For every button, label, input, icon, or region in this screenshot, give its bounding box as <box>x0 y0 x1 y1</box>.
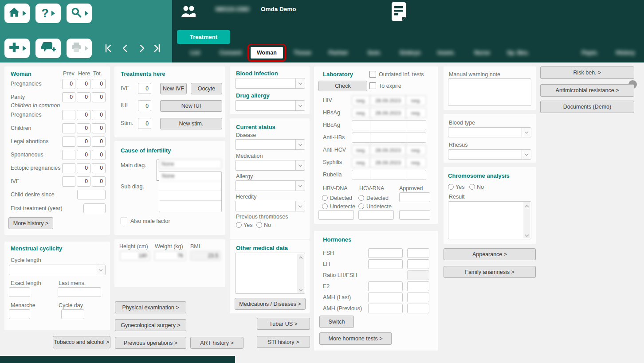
art-history-button[interactable]: ART history > <box>190 337 243 349</box>
tab-sum[interactable]: Sum. <box>368 47 381 59</box>
rhesus-select[interactable] <box>448 149 531 160</box>
e2-unit-field[interactable] <box>407 281 429 291</box>
new-stim-button[interactable]: New stim. <box>160 118 222 129</box>
chevron-down-icon[interactable] <box>295 201 305 211</box>
tab-embryo[interactable]: Embryo <box>400 47 421 59</box>
check-button[interactable]: Check <box>318 81 367 91</box>
fsh-field[interactable] <box>368 248 403 258</box>
list-item[interactable] <box>159 191 221 201</box>
search-button[interactable] <box>67 4 92 23</box>
here-field[interactable]: 0 <box>77 176 90 187</box>
tubar-us-button[interactable]: Tubar US > <box>257 318 310 330</box>
lab-date-cell[interactable]: 28.09.2023 <box>370 95 406 105</box>
here-field[interactable]: 0 <box>77 110 90 120</box>
gynecological-surgery-button[interactable]: Gynecological surgery > <box>115 319 186 331</box>
tobacco-alcohol-button[interactable]: Tobacco and alcohol > <box>53 336 110 348</box>
tab-tissue[interactable]: Tissue <box>294 47 311 59</box>
exact-length-field[interactable] <box>9 287 30 297</box>
lh-field[interactable] <box>368 259 403 269</box>
last-record-button[interactable] <box>152 43 162 55</box>
menarche-field[interactable] <box>9 309 30 319</box>
lab-result2-cell[interactable] <box>406 133 426 143</box>
manual-warning-textarea[interactable] <box>448 78 531 106</box>
add-button[interactable] <box>4 39 30 58</box>
list-item[interactable]: None <box>159 172 221 181</box>
tab-nurse[interactable]: Nurse <box>474 47 490 59</box>
tab-history[interactable]: History <box>616 47 635 59</box>
first-treatment-field[interactable] <box>83 203 106 213</box>
add-note-button[interactable] <box>35 39 61 58</box>
hcv-detected-radio[interactable] <box>358 195 364 201</box>
hbv-dna-field[interactable] <box>318 210 354 220</box>
hcv-undetected-radio[interactable] <box>358 203 364 209</box>
prev-field[interactable]: 0 <box>62 92 75 102</box>
here-field[interactable]: 0 <box>77 92 90 102</box>
hbv-undetected-radio[interactable] <box>322 203 328 209</box>
chevron-down-icon[interactable] <box>96 265 105 275</box>
more-history-button[interactable]: More history > <box>8 217 53 229</box>
risk-beh-button[interactable]: Risk beh. > <box>540 66 634 79</box>
medications-diseases-button[interactable]: Medications / Diseases > <box>235 298 306 310</box>
next-record-button[interactable] <box>137 43 147 55</box>
new-iui-button[interactable]: New IUI <box>160 100 222 112</box>
appearance-button[interactable]: Appearance > <box>444 248 536 260</box>
lab-result2-cell[interactable]: neg. <box>406 108 426 118</box>
lab-result-cell[interactable]: neg. <box>352 95 370 105</box>
lab-result-cell[interactable]: neg. <box>352 157 370 168</box>
lab-row[interactable]: neg. 28.09.2023 neg. <box>352 157 426 168</box>
outdated-tests-checkbox[interactable] <box>369 71 376 78</box>
lab-date-cell[interactable]: 28.09.2023 <box>370 108 406 118</box>
lab-date-cell[interactable]: 28.09.2023 <box>370 157 406 168</box>
tab-paym[interactable]: Paym. <box>582 47 598 59</box>
amh-previous-field[interactable] <box>368 304 403 313</box>
hcv-rna-field[interactable] <box>358 210 394 220</box>
first-record-button[interactable] <box>103 43 114 55</box>
documents-demo-button[interactable]: Documents (Demo) <box>540 101 634 113</box>
previous-operations-button[interactable]: Previous operations > <box>115 337 186 349</box>
amh-last-unit-field[interactable] <box>407 293 429 302</box>
hbv-detected-radio[interactable] <box>322 195 328 201</box>
allergy-select[interactable] <box>235 180 305 191</box>
lab-result2-cell[interactable]: neg. <box>406 145 426 155</box>
lab-row[interactable] <box>352 170 426 180</box>
chevron-down-icon[interactable] <box>522 128 531 137</box>
prev-field[interactable] <box>62 176 75 187</box>
prev-field[interactable]: 0 <box>62 79 75 89</box>
lab-result2-cell[interactable] <box>406 170 426 180</box>
lab-row[interactable] <box>352 120 426 130</box>
chromosome-yes-radio[interactable] <box>448 184 454 190</box>
here-field[interactable]: 0 <box>77 163 90 173</box>
here-field[interactable]: 0 <box>77 123 90 133</box>
sub-diag-list[interactable]: None <box>159 171 222 212</box>
result-textarea[interactable] <box>448 201 531 239</box>
here-field[interactable]: 0 <box>77 79 90 89</box>
tab-consent[interactable]: Consent <box>220 47 242 59</box>
here-field[interactable]: 0 <box>77 150 90 160</box>
lab-result-cell[interactable] <box>352 170 370 180</box>
blood-type-select[interactable] <box>448 127 531 137</box>
lab-result-cell[interactable]: neg. <box>352 108 370 118</box>
lab-result-cell[interactable]: neg. <box>352 145 370 155</box>
here-field[interactable]: 0 <box>77 137 90 147</box>
lab-result-cell[interactable] <box>352 133 370 143</box>
family-anamnesis-button[interactable]: Family anamnesis > <box>444 266 536 278</box>
medication-select[interactable] <box>235 160 305 171</box>
thromboses-no-radio[interactable] <box>256 222 262 228</box>
lab-row[interactable]: neg. 28.09.2023 neg. <box>352 145 426 155</box>
stim-count-field[interactable]: 0 <box>138 118 151 129</box>
chevron-down-icon[interactable] <box>295 140 305 149</box>
prev-field[interactable] <box>62 123 75 133</box>
lab-date-cell[interactable]: 28.09.2023 <box>370 145 406 155</box>
physical-examination-button[interactable]: Physical examination > <box>115 301 186 313</box>
scrollbar[interactable] <box>297 254 304 293</box>
other-medical-textarea[interactable] <box>235 253 305 294</box>
approved-field[interactable] <box>399 192 430 202</box>
heredity-select[interactable] <box>235 201 305 211</box>
tab-sp-bes[interactable]: Sp. Bes. <box>507 47 529 59</box>
prev-field[interactable] <box>62 150 75 160</box>
amh-previous-unit-field[interactable] <box>407 304 429 313</box>
lab-date-cell[interactable] <box>370 133 406 143</box>
prev-field[interactable] <box>62 137 75 147</box>
cycle-length-select[interactable] <box>9 265 106 275</box>
prev-field[interactable] <box>62 110 75 120</box>
